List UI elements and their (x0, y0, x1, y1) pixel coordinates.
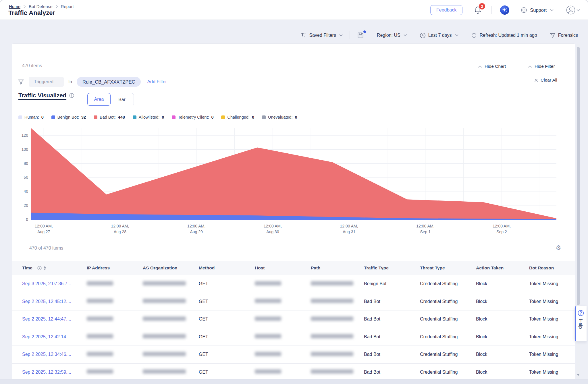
help-tab[interactable]: Help (574, 306, 587, 341)
breadcrumb: Home Bot Defense Report (9, 4, 74, 9)
column-label: Action Taken (476, 265, 504, 271)
notification-badge: 2 (479, 3, 485, 9)
time-link[interactable]: Sep 3 2025, 2:07:36.7... (22, 281, 71, 286)
chevron-up-icon (478, 65, 482, 68)
add-filter-button[interactable]: Add Filter (147, 79, 167, 84)
breadcrumb-report[interactable]: Report (61, 4, 74, 9)
legend-swatch (172, 115, 176, 119)
cell-time[interactable]: Sep 2 2025, 12:32:59.... (22, 370, 87, 375)
redacted-value (143, 317, 186, 321)
column-label: Threat Type (420, 265, 445, 271)
cell-path (311, 334, 364, 339)
scrollbar-down-arrow[interactable] (577, 374, 580, 376)
cell-time[interactable]: Sep 3 2025, 2:07:36.7... (22, 281, 87, 286)
legend-item-allowlisted[interactable]: Allowlisted:0 (133, 115, 164, 119)
y-axis-tick: 100 (12, 147, 28, 152)
legend-item-bad-bot[interactable]: Bad Bot:448 (94, 115, 125, 119)
notifications-button[interactable]: 2 (474, 6, 482, 14)
sort-toggle[interactable] (44, 266, 46, 270)
breadcrumb-home[interactable]: Home (9, 4, 20, 9)
sort-ascending-icon (44, 266, 46, 268)
support-menu[interactable]: Support (520, 7, 554, 13)
refresh-icon (471, 32, 477, 38)
clear-all-button[interactable]: Clear All (534, 78, 557, 83)
x-axis-tick: 12:00 AM,Aug 28 (100, 223, 140, 235)
cell-threat-type: Credential Stuffing (420, 317, 476, 322)
toggle-area-button[interactable]: Area (87, 93, 111, 106)
saved-filters-menu[interactable]: Saved Filters (301, 33, 342, 38)
cell-time[interactable]: Sep 2 2025, 12:34:46.... (22, 352, 87, 357)
forensics-button[interactable]: Forensics (550, 33, 578, 38)
redacted-value (255, 281, 281, 285)
redacted-value (311, 317, 353, 321)
legend-value: 0 (295, 115, 297, 119)
column-header-time[interactable]: Time (22, 265, 87, 271)
app-window: Home Bot Defense Report Traffic Analyzer… (0, 0, 588, 384)
redacted-value (143, 352, 186, 356)
legend-value: 0 (162, 115, 164, 119)
cell-time[interactable]: Sep 2 2025, 12:44:47.... (22, 317, 87, 322)
column-label: IP Address (87, 265, 110, 271)
cell-threat-type: Credential Stuffing (420, 334, 476, 339)
legend-item-human[interactable]: Human:0 (18, 115, 44, 119)
y-axis-tick: 20 (12, 203, 28, 208)
hide-chart-button[interactable]: Hide Chart (478, 64, 506, 69)
cell-time[interactable]: Sep 2 2025, 12:45:12.... (22, 299, 87, 304)
funnel-icon (550, 33, 556, 38)
feedback-button[interactable]: Feedback (430, 5, 462, 15)
column-header-method: Method (199, 265, 255, 271)
cell-ip-address (87, 369, 143, 375)
cell-time[interactable]: Sep 2 2025, 12:42:14.... (22, 334, 87, 339)
legend-item-benign-bot[interactable]: Benign Bot:32 (51, 115, 86, 119)
info-icon[interactable] (69, 93, 74, 98)
redacted-value (143, 299, 186, 303)
time-link[interactable]: Sep 2 2025, 12:32:59.... (22, 370, 71, 375)
cell-traffic-type: Bad Bot (364, 299, 420, 304)
redacted-value (87, 334, 113, 338)
cell-method: GET (199, 317, 255, 322)
user-menu[interactable] (566, 5, 580, 15)
hide-chart-label: Hide Chart (485, 64, 506, 69)
redacted-value (311, 334, 353, 338)
time-link[interactable]: Sep 2 2025, 12:44:47.... (22, 317, 71, 321)
info-icon[interactable] (37, 266, 42, 270)
legend-item-telemetry-client[interactable]: Telemetry Client:0 (172, 115, 213, 119)
redacted-value (311, 299, 353, 303)
chevron-right-icon (23, 5, 26, 8)
horizontal-scrollbar-track[interactable] (0, 379, 588, 384)
breadcrumb-bot-defense[interactable]: Bot Defense (29, 4, 53, 9)
toolbar-divider (350, 31, 350, 39)
table-settings-gear-icon[interactable]: ⚙ (556, 244, 561, 251)
time-link[interactable]: Sep 2 2025, 12:45:12.... (22, 299, 71, 304)
cell-bot-reason: Token Missing (529, 370, 575, 375)
region-selector[interactable]: Region: US (377, 33, 407, 38)
time-link[interactable]: Sep 2 2025, 12:42:14.... (22, 334, 71, 339)
column-header-action-taken: Action Taken (476, 265, 529, 271)
cell-path (311, 299, 364, 304)
legend-label: Bad Bot: (100, 115, 116, 119)
time-range-selector[interactable]: Last 7 days (420, 32, 458, 38)
top-header: Home Bot Defense Report Traffic Analyzer… (0, 0, 588, 20)
region-label: Region: US (377, 33, 400, 38)
cell-threat-type: Credential Stuffing (420, 281, 476, 286)
cell-host (255, 281, 311, 287)
items-count: 470 items (22, 63, 42, 68)
vertical-scrollbar-thumb[interactable] (577, 47, 580, 305)
save-filter-button[interactable] (357, 32, 364, 39)
legend-item-unevaluated[interactable]: Unevaluated:0 (262, 115, 297, 119)
redacted-value (87, 281, 113, 285)
ai-assistant-button[interactable] (500, 5, 510, 15)
refresh-button[interactable]: Refresh: Updated 1 min ago (471, 32, 537, 38)
time-link[interactable]: Sep 2 2025, 12:34:46.... (22, 352, 71, 357)
legend-value: 0 (41, 115, 44, 119)
toggle-bar-button[interactable]: Bar (110, 93, 134, 106)
legend-swatch (18, 115, 22, 119)
chart-x-axis: 12:00 AM,Aug 2712:00 AM,Aug 2812:00 AM,A… (31, 223, 556, 236)
legend-item-challenged[interactable]: Challenged:0 (221, 115, 254, 119)
filter-sort-icon (301, 33, 306, 38)
filter-value-chip[interactable]: Rule_CB_AFXXXTZPEC (77, 77, 141, 87)
column-label: Bot Reason (529, 265, 554, 271)
filter-field-chip[interactable]: Triggered ... (29, 77, 64, 87)
cell-traffic-type: Bad Bot (364, 352, 420, 357)
hide-filter-button[interactable]: Hide Filter (528, 64, 555, 69)
